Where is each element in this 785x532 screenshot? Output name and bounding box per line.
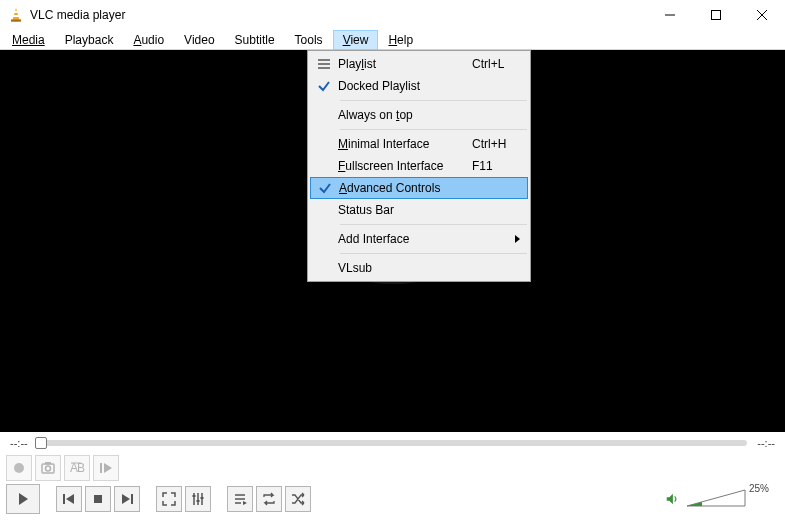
menu-item-advanced-controls[interactable]: Advanced Controls — [310, 177, 528, 199]
seek-knob[interactable] — [35, 437, 47, 449]
seek-row: --:-- --:-- — [0, 432, 785, 454]
maximize-button[interactable] — [693, 0, 739, 30]
menu-item-label: Add Interface — [338, 232, 472, 246]
menu-item-status-bar[interactable]: Status Bar — [310, 199, 528, 221]
frame-step-button[interactable] — [93, 455, 119, 481]
menu-item-accelerator: F11 — [472, 159, 528, 173]
minimize-button[interactable] — [647, 0, 693, 30]
menu-item-accelerator: Ctrl+L — [472, 57, 528, 71]
menu-item-playlist[interactable]: PlaylistCtrl+L — [310, 53, 528, 75]
volume-control: 25% — [665, 488, 779, 510]
svg-rect-1 — [14, 11, 18, 13]
svg-marker-24 — [104, 463, 112, 473]
play-button[interactable] — [6, 484, 40, 514]
svg-marker-42 — [687, 490, 745, 506]
menu-playback[interactable]: Playback — [55, 30, 124, 50]
menu-separator — [340, 224, 527, 225]
svg-rect-36 — [201, 497, 204, 499]
svg-marker-25 — [19, 493, 28, 505]
menu-item-docked-playlist[interactable]: Docked Playlist — [310, 75, 528, 97]
vlc-cone-icon — [8, 7, 24, 23]
svg-rect-34 — [193, 495, 196, 497]
svg-marker-0 — [13, 8, 20, 20]
menu-subtitle[interactable]: Subtitle — [225, 30, 285, 50]
menu-separator — [340, 253, 527, 254]
extended-settings-button[interactable] — [185, 486, 211, 512]
seek-time-left: --:-- — [10, 437, 28, 449]
menu-item-label: Minimal Interface — [338, 137, 472, 151]
playlist-icon — [310, 56, 338, 72]
menu-item-label: Fullscreen Interface — [338, 159, 472, 173]
menu-item-minimal-interface[interactable]: Minimal InterfaceCtrl+H — [310, 133, 528, 155]
playlist-button[interactable] — [227, 486, 253, 512]
fullscreen-button[interactable] — [156, 486, 182, 512]
menu-item-accelerator: Ctrl+H — [472, 137, 528, 151]
menu-tools[interactable]: Tools — [285, 30, 333, 50]
volume-slider[interactable] — [685, 488, 747, 510]
menu-item-label: Advanced Controls — [339, 181, 471, 195]
svg-marker-29 — [122, 494, 130, 504]
menu-view[interactable]: View — [333, 30, 379, 50]
main-controls-toolbar: 25% — [0, 482, 785, 516]
svg-marker-27 — [66, 494, 74, 504]
menu-bar: Media Playback Audio Video Subtitle Tool… — [0, 30, 785, 50]
menu-item-vlsub[interactable]: VLsub — [310, 257, 528, 279]
menu-help[interactable]: Help — [378, 30, 423, 50]
close-button[interactable] — [739, 0, 785, 30]
loop-button[interactable] — [256, 486, 282, 512]
shuffle-button[interactable] — [285, 486, 311, 512]
stop-button[interactable] — [85, 486, 111, 512]
svg-rect-35 — [197, 500, 200, 502]
view-dropdown: PlaylistCtrl+LDocked PlaylistAlways on t… — [307, 50, 531, 282]
svg-rect-20 — [45, 462, 51, 465]
svg-rect-30 — [131, 494, 133, 504]
svg-marker-40 — [243, 501, 247, 505]
menu-media[interactable]: Media — [2, 30, 55, 50]
seek-slider[interactable] — [38, 440, 748, 446]
svg-rect-5 — [712, 11, 721, 20]
volume-percent: 25% — [749, 483, 769, 494]
menu-item-label: Always on top — [338, 108, 472, 122]
title-bar: VLC media player — [0, 0, 785, 30]
snapshot-button[interactable] — [35, 455, 61, 481]
advanced-controls-toolbar: AB — [0, 454, 785, 482]
menu-item-always-on-top[interactable]: Always on top — [310, 104, 528, 126]
submenu-arrow-icon — [515, 235, 520, 243]
loop-ab-button[interactable]: AB — [64, 455, 90, 481]
menu-item-label: VLsub — [338, 261, 472, 275]
menu-item-label: Playlist — [338, 57, 472, 71]
svg-rect-28 — [94, 495, 102, 503]
previous-button[interactable] — [56, 486, 82, 512]
svg-rect-3 — [11, 20, 21, 22]
next-button[interactable] — [114, 486, 140, 512]
seek-time-right: --:-- — [757, 437, 775, 449]
svg-point-19 — [46, 466, 51, 471]
menu-separator — [340, 100, 527, 101]
svg-point-17 — [14, 463, 24, 473]
svg-rect-2 — [13, 15, 19, 17]
menu-separator — [340, 129, 527, 130]
menu-item-label: Docked Playlist — [338, 79, 472, 93]
check-icon — [310, 78, 338, 94]
check-icon — [311, 180, 339, 196]
speaker-icon[interactable] — [665, 492, 679, 506]
menu-item-fullscreen-interface[interactable]: Fullscreen InterfaceF11 — [310, 155, 528, 177]
menu-audio[interactable]: Audio — [123, 30, 174, 50]
menu-item-label: Status Bar — [338, 203, 472, 217]
svg-marker-41 — [667, 494, 673, 505]
window-title: VLC media player — [30, 8, 647, 22]
svg-rect-26 — [63, 494, 65, 504]
menu-video[interactable]: Video — [174, 30, 224, 50]
svg-rect-23 — [100, 463, 102, 473]
menu-item-add-interface[interactable]: Add Interface — [310, 228, 528, 250]
record-button[interactable] — [6, 455, 32, 481]
